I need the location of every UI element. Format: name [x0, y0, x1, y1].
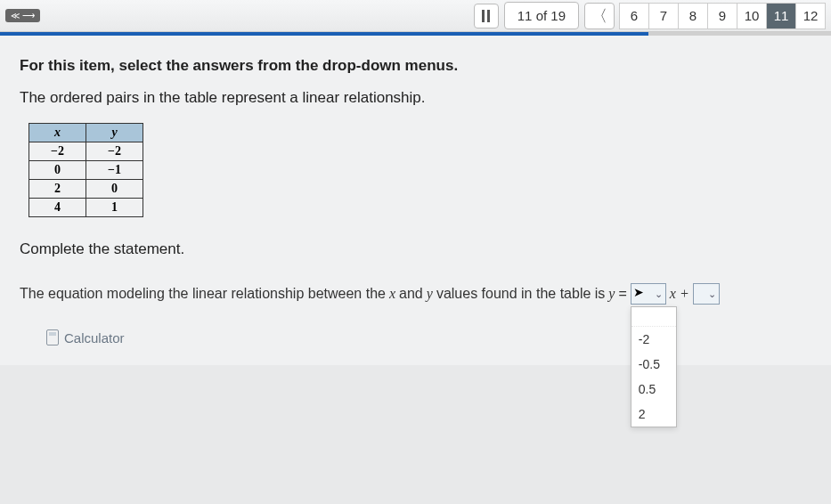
x-plus: x + [670, 286, 689, 302]
var-y: y [608, 286, 615, 302]
col-header-y: y [86, 124, 143, 142]
dropdown-option[interactable]: -0.5 [631, 352, 676, 377]
qnav-item-7[interactable]: 7 [648, 3, 679, 29]
top-toolbar: ≪ ⟶ 11 of 19 〈 6789101112 [0, 0, 831, 32]
description: The ordered pairs in the table represent… [20, 89, 811, 107]
eq-text: and [399, 286, 423, 302]
pause-button[interactable] [474, 4, 499, 28]
dropdown-option[interactable]: 2 [631, 402, 676, 427]
cell-x: −2 [29, 142, 86, 161]
var-y: y [427, 286, 433, 302]
calculator-label: Calculator [64, 330, 125, 345]
table-row: −2−2 [29, 142, 143, 161]
qnav-item-6[interactable]: 6 [619, 3, 649, 29]
chevron-down-icon: ⌄ [708, 289, 716, 300]
slope-dropdown[interactable]: ⌄ [631, 283, 666, 305]
calculator-icon [46, 329, 59, 345]
cell-y: −1 [86, 161, 143, 180]
nav-chip[interactable]: ≪ ⟶ [5, 9, 40, 22]
dropdown-option[interactable]: 0.5 [631, 377, 676, 402]
dropdown-blank[interactable] [631, 307, 676, 327]
intercept-dropdown[interactable]: ⌄ [693, 283, 720, 305]
calculator-button[interactable]: Calculator [46, 329, 125, 345]
question-nav: 6789101112 [620, 3, 826, 29]
col-header-x: x [29, 124, 86, 142]
table-row: 20 [29, 180, 143, 199]
eq-equals: = [618, 286, 626, 302]
cell-y: 1 [86, 199, 143, 217]
equation-line: The equation modeling the linear relatio… [20, 283, 811, 305]
cell-x: 0 [29, 161, 86, 180]
eq-text: values found in the table is [436, 286, 605, 302]
pause-bar-icon [487, 10, 490, 22]
table-row: 0−1 [29, 161, 143, 180]
qnav-item-10[interactable]: 10 [737, 3, 767, 29]
chevron-down-icon: ⌄ [655, 289, 663, 300]
cell-x: 4 [29, 199, 86, 217]
cell-y: −2 [86, 142, 143, 161]
dropdown-option[interactable]: -2 [631, 327, 676, 352]
qnav-item-8[interactable]: 8 [678, 3, 708, 29]
qnav-item-9[interactable]: 9 [707, 3, 737, 29]
page-count: 11 of 19 [504, 2, 579, 29]
instruction: For this item, select the answers from t… [20, 57, 811, 75]
progress-track [0, 32, 831, 36]
progress-fill [0, 32, 648, 36]
pause-bar-icon [482, 10, 485, 22]
eq-text: The equation modeling the linear relatio… [20, 286, 386, 302]
cell-y: 0 [86, 180, 143, 199]
var-x: x [389, 286, 395, 302]
data-table: x y −2−20−12041 [29, 123, 143, 217]
qnav-item-12[interactable]: 12 [795, 3, 826, 29]
cell-x: 2 [29, 180, 86, 199]
qnav-item-11[interactable]: 11 [766, 3, 796, 29]
table-row: 41 [29, 199, 143, 217]
complete-statement: Complete the statement. [20, 240, 811, 258]
dropdown-menu: -2-0.50.52 [631, 306, 677, 427]
question-content: For this item, select the answers from t… [0, 36, 831, 365]
slope-dropdown-wrap: ⌄ ➤ -2-0.50.52 [631, 283, 666, 305]
prev-button[interactable]: 〈 [584, 3, 615, 29]
